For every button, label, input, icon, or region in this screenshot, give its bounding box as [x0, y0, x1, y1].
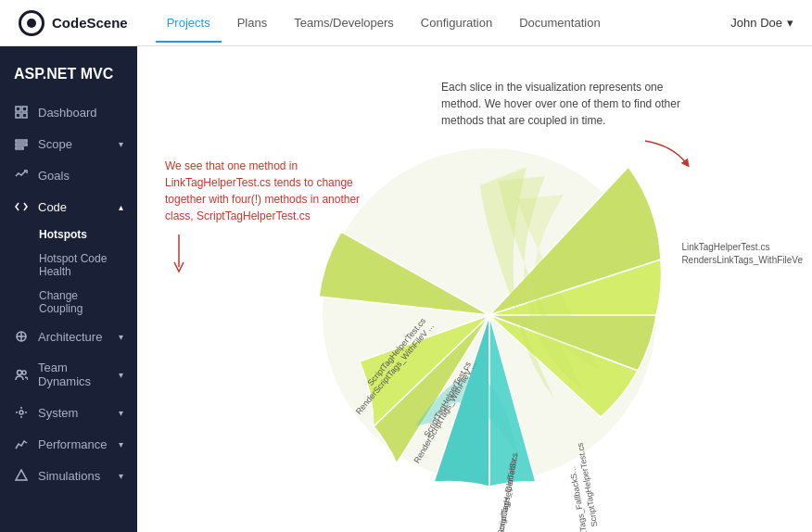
svg-point-11	[22, 371, 26, 374]
svg-rect-4	[16, 140, 27, 142]
goals-label: Goals	[38, 169, 70, 183]
arch-icon	[14, 329, 29, 344]
sim-chevron-icon: ▾	[119, 471, 123, 481]
simulations-label: Simulations	[38, 469, 100, 483]
svg-rect-3	[22, 113, 27, 118]
logo-icon	[19, 10, 44, 36]
nav-links: Projects Plans Teams/Developers Configur…	[156, 3, 731, 43]
nav-docs[interactable]: Documentation	[508, 3, 611, 43]
team-chevron-icon: ▾	[119, 370, 123, 380]
dashboard-label: Dashboard	[38, 106, 97, 120]
team-dynamics-label: Team Dynamics	[38, 361, 109, 388]
svg-marker-13	[16, 470, 27, 480]
code-label: Code	[38, 200, 67, 214]
svg-point-12	[19, 411, 23, 414]
performance-label: Performance	[38, 437, 107, 451]
code-chevron-icon: ▴	[119, 202, 123, 212]
chord-diagram: ScriptTagHelperTest.cs RenderScriptTags_…	[230, 74, 768, 532]
scope-label: Scope	[38, 137, 72, 151]
scope-icon	[14, 136, 29, 151]
sidebar-item-scope[interactable]: Scope ▾	[0, 128, 137, 159]
logo[interactable]: CodeScene	[19, 10, 128, 36]
svg-rect-0	[16, 107, 20, 111]
sidebar-sub-change-coupling[interactable]: Change Coupling	[0, 284, 137, 321]
main-layout: ASP.NET MVC Dashboard Scope ▾	[0, 46, 812, 532]
sidebar-item-dashboard[interactable]: Dashboard	[0, 96, 137, 128]
svg-point-10	[18, 371, 22, 375]
code-icon	[14, 199, 29, 214]
code-submenu: Hotspots Hotspot Code Health Change Coup…	[0, 222, 137, 321]
nav-teams[interactable]: Teams/Developers	[283, 3, 405, 43]
user-chevron-icon: ▾	[787, 16, 793, 30]
top-nav: CodeScene Projects Plans Teams/Developer…	[0, 0, 812, 46]
user-name: John Doe	[730, 16, 782, 30]
nav-projects[interactable]: Projects	[156, 3, 222, 43]
system-chevron-icon: ▾	[119, 408, 123, 418]
perf-icon	[14, 437, 29, 451]
project-title: ASP.NET MVC	[0, 56, 137, 96]
arch-label: Architecture	[38, 330, 102, 344]
sidebar: ASP.NET MVC Dashboard Scope ▾	[0, 46, 137, 532]
goals-icon	[14, 168, 29, 183]
system-icon	[14, 405, 29, 420]
sidebar-item-performance[interactable]: Performance ▾	[0, 428, 137, 460]
scope-chevron-icon: ▾	[119, 139, 123, 149]
sidebar-sub-hotspots[interactable]: Hotspots	[0, 222, 137, 247]
nav-plans[interactable]: Plans	[226, 3, 279, 43]
sidebar-item-code[interactable]: Code ▴	[0, 191, 137, 222]
sim-icon	[14, 468, 29, 483]
svg-rect-6	[16, 147, 23, 149]
arch-chevron-icon: ▾	[119, 332, 123, 342]
system-label: System	[38, 406, 78, 420]
grid-icon	[14, 105, 29, 120]
svg-rect-1	[22, 107, 27, 111]
sidebar-item-team-dynamics[interactable]: Team Dynamics ▾	[0, 352, 137, 397]
visualization-container: Each slice in the visualization represen…	[137, 46, 812, 532]
svg-rect-2	[16, 113, 20, 118]
sidebar-sub-hotspot-health[interactable]: Hotspot Code Health	[0, 247, 137, 284]
logo-text: CodeScene	[52, 15, 128, 31]
sidebar-item-goals[interactable]: Goals	[0, 159, 137, 191]
perf-chevron-icon: ▾	[119, 439, 123, 450]
sidebar-item-architecture[interactable]: Architecture ▾	[0, 321, 137, 352]
team-icon	[14, 367, 29, 382]
sidebar-item-system[interactable]: System ▾	[0, 397, 137, 428]
svg-rect-5	[16, 144, 27, 146]
sidebar-item-simulations[interactable]: Simulations ▾	[0, 460, 137, 491]
nav-config[interactable]: Configuration	[410, 3, 503, 43]
user-menu[interactable]: John Doe ▾	[730, 16, 793, 30]
content-area: Each slice in the visualization represen…	[137, 46, 812, 532]
